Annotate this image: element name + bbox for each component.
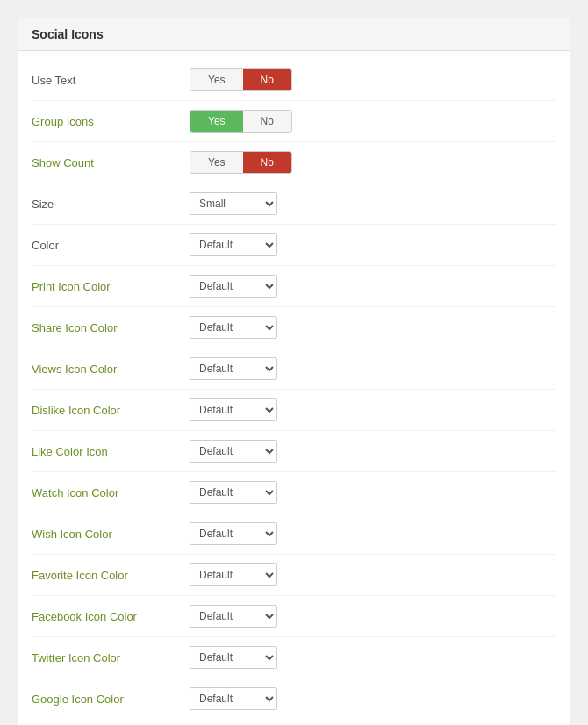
select-views-icon-color[interactable]: DefaultRedBlueGreen	[190, 357, 277, 380]
label-color: Color	[32, 239, 190, 252]
form-row-facebook-icon-color: Facebook Icon ColorDefaultRedBlueGreen	[32, 596, 556, 637]
form-row-group-icons: Group IconsYesNo	[32, 101, 556, 142]
select-google-icon-color[interactable]: DefaultRedBlueGreen	[190, 687, 277, 710]
form-row-favorite-icon-color: Favorite Icon ColorDefaultRedBlueGreen	[32, 555, 556, 596]
label-share-icon-color: Share Icon Color	[32, 321, 190, 334]
label-google-icon-color: Google Icon Color	[32, 693, 190, 706]
label-dislike-icon-color: Dislike Icon Color	[32, 404, 190, 417]
form-row-like-color-icon: Like Color IconDefaultRedBlueGreen	[32, 431, 556, 472]
toggle-yes-show-count[interactable]: Yes	[190, 152, 243, 173]
label-twitter-icon-color: Twitter Icon Color	[32, 651, 190, 664]
form-row-size: SizeSmallMediumLarge	[32, 183, 556, 225]
form-row-watch-icon-color: Watch Icon ColorDefaultRedBlueGreen	[32, 472, 556, 513]
form-row-google-icon-color: Google Icon ColorDefaultRedBlueGreen	[32, 678, 556, 719]
select-print-icon-color[interactable]: DefaultRedBlueGreen	[190, 275, 277, 298]
label-views-icon-color: Views Icon Color	[32, 362, 190, 376]
form-row-share-icon-color: Share Icon ColorDefaultRedBlueGreen	[32, 307, 556, 348]
select-size[interactable]: SmallMediumLarge	[190, 192, 277, 215]
label-group-icons: Group Icons	[32, 115, 190, 128]
form-row-wish-icon-color: Wish Icon ColorDefaultRedBlueGreen	[32, 513, 556, 555]
toggle-group-use-text: YesNo	[190, 68, 292, 91]
panel-title: Social Icons	[18, 18, 570, 51]
label-show-count: Show Count	[32, 156, 190, 169]
select-facebook-icon-color[interactable]: DefaultRedBlueGreen	[190, 605, 277, 628]
select-like-color-icon[interactable]: DefaultRedBlueGreen	[190, 440, 277, 463]
label-print-icon-color: Print Icon Color	[32, 280, 190, 293]
form-row-twitter-icon-color: Twitter Icon ColorDefaultRedBlueGreen	[32, 637, 556, 678]
label-favorite-icon-color: Favorite Icon Color	[32, 569, 190, 582]
toggle-no-use-text[interactable]: No	[243, 69, 291, 90]
select-wish-icon-color[interactable]: DefaultRedBlueGreen	[190, 522, 277, 545]
form-row-views-icon-color: Views Icon ColorDefaultRedBlueGreen	[32, 348, 556, 390]
form-row-show-count: Show CountYesNo	[32, 142, 556, 183]
label-size: Size	[32, 197, 190, 211]
social-icons-panel: Social Icons Use TextYesNoGroup IconsYes…	[18, 18, 570, 725]
form-row-print-icon-color: Print Icon ColorDefaultRedBlueGreen	[32, 266, 556, 307]
select-dislike-icon-color[interactable]: DefaultRedBlueGreen	[190, 398, 277, 421]
label-wish-icon-color: Wish Icon Color	[32, 528, 190, 541]
select-favorite-icon-color[interactable]: DefaultRedBlueGreen	[190, 563, 277, 586]
form-row-dislike-icon-color: Dislike Icon ColorDefaultRedBlueGreen	[32, 390, 556, 431]
select-share-icon-color[interactable]: DefaultRedBlueGreen	[190, 316, 277, 339]
label-watch-icon-color: Watch Icon Color	[32, 486, 190, 499]
panel-body: Use TextYesNoGroup IconsYesNoShow CountY…	[18, 51, 570, 725]
select-color[interactable]: DefaultRedBlueGreen	[190, 233, 277, 256]
toggle-no-show-count[interactable]: No	[243, 152, 291, 173]
toggle-group-group-icons: YesNo	[190, 110, 292, 133]
label-facebook-icon-color: Facebook Icon Color	[32, 610, 190, 623]
toggle-no-group-icons[interactable]: No	[243, 111, 291, 132]
toggle-yes-use-text[interactable]: Yes	[190, 69, 243, 90]
label-like-color-icon: Like Color Icon	[32, 445, 190, 458]
select-twitter-icon-color[interactable]: DefaultRedBlueGreen	[190, 646, 277, 669]
toggle-yes-group-icons[interactable]: Yes	[190, 111, 243, 132]
form-row-use-text: Use TextYesNo	[32, 60, 556, 101]
form-row-color: ColorDefaultRedBlueGreen	[32, 225, 556, 266]
select-watch-icon-color[interactable]: DefaultRedBlueGreen	[190, 481, 277, 504]
label-use-text: Use Text	[32, 74, 190, 87]
toggle-group-show-count: YesNo	[190, 151, 292, 174]
